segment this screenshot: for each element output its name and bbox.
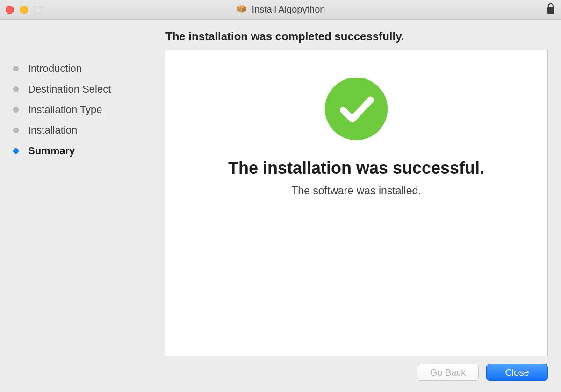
success-subtitle: The software was installed. bbox=[291, 185, 421, 197]
step-label: Installation Type bbox=[28, 104, 102, 116]
step-bullet-icon bbox=[13, 128, 19, 133]
minimize-window-button[interactable] bbox=[20, 6, 28, 14]
package-icon bbox=[236, 4, 247, 15]
maximize-window-button bbox=[34, 6, 42, 14]
svg-rect-0 bbox=[547, 7, 554, 14]
sidebar-step-destination-select: Destination Select bbox=[13, 83, 165, 95]
step-bullet-icon bbox=[13, 66, 19, 71]
titlebar: Install Algopython bbox=[0, 0, 561, 20]
content-panel: The installation was successful. The sof… bbox=[165, 50, 548, 356]
sidebar-step-installation: Installation bbox=[13, 124, 165, 136]
success-title: The installation was successful. bbox=[228, 158, 484, 178]
lock-icon[interactable] bbox=[546, 3, 555, 16]
traffic-lights bbox=[6, 6, 42, 14]
sidebar-step-summary: Summary bbox=[13, 145, 165, 157]
bottom-bar: Go Back Close bbox=[0, 364, 561, 392]
window-title: Install Algopython bbox=[236, 4, 325, 15]
step-bullet-icon bbox=[13, 148, 19, 154]
step-bullet-icon bbox=[13, 86, 19, 92]
step-label: Destination Select bbox=[28, 83, 111, 95]
sidebar: Introduction Destination Select Installa… bbox=[0, 20, 165, 361]
main-area: The installation was completed successfu… bbox=[165, 20, 561, 361]
step-bullet-icon bbox=[13, 107, 19, 113]
step-label: Introduction bbox=[28, 63, 82, 75]
svg-point-1 bbox=[325, 78, 388, 140]
checkmark-circle-icon bbox=[324, 76, 389, 158]
sidebar-step-introduction: Introduction bbox=[13, 63, 165, 75]
step-label: Installation bbox=[28, 124, 77, 136]
close-button[interactable]: Close bbox=[486, 364, 548, 381]
go-back-button: Go Back bbox=[417, 364, 479, 381]
close-window-button[interactable] bbox=[6, 6, 14, 14]
page-title: The installation was completed successfu… bbox=[165, 30, 548, 43]
step-label: Summary bbox=[28, 145, 75, 157]
window-title-text: Install Algopython bbox=[252, 4, 325, 15]
sidebar-step-installation-type: Installation Type bbox=[13, 104, 165, 116]
